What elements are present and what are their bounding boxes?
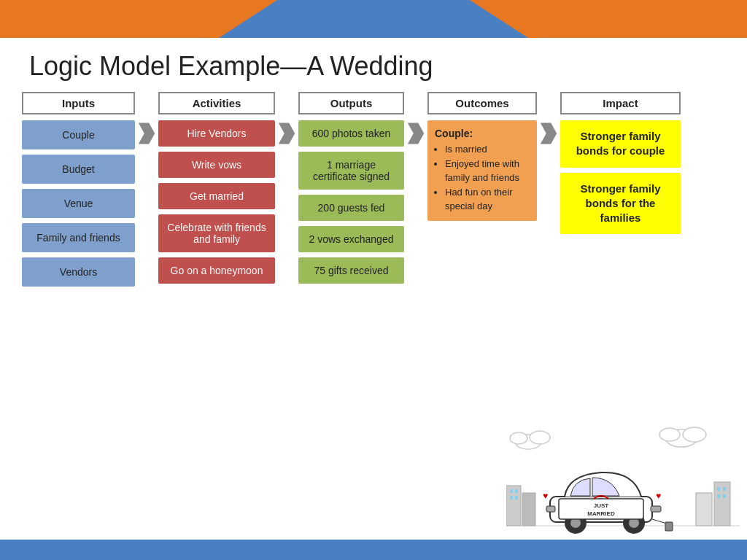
svg-rect-19 bbox=[515, 489, 518, 493]
activity-write-vows: Write vows bbox=[158, 152, 275, 178]
arrow-4 bbox=[537, 120, 560, 147]
outcomes-title: Couple: bbox=[435, 128, 530, 139]
header-outcomes: Outcomes bbox=[427, 92, 537, 114]
svg-rect-20 bbox=[510, 496, 513, 499]
svg-marker-0 bbox=[139, 123, 155, 144]
outcomes-column: Couple: Is married Enjoyed time with fam… bbox=[427, 120, 537, 221]
input-venue: Venue bbox=[22, 189, 135, 218]
input-budget: Budget bbox=[22, 155, 135, 184]
outcome-item-0: Is married bbox=[445, 142, 530, 157]
svg-rect-17 bbox=[506, 486, 521, 526]
header-outputs: Outputs bbox=[298, 92, 404, 114]
impact-column: Stronger family bonds for couple Stronge… bbox=[560, 120, 681, 234]
just-married-illustration: JUST MARRIED ♥ ♥ bbox=[506, 420, 740, 537]
svg-rect-28 bbox=[696, 493, 712, 526]
output-photos: 600 photos taken bbox=[298, 120, 404, 147]
inputs-column: Couple Budget Venue Family and friends V… bbox=[22, 120, 135, 287]
svg-line-15 bbox=[652, 519, 667, 524]
activities-column: Hire Vendors Write vows Get married Cele… bbox=[158, 120, 275, 284]
just-married-svg: JUST MARRIED ♥ ♥ bbox=[506, 420, 740, 537]
arrow-icon-4 bbox=[537, 120, 560, 147]
svg-rect-26 bbox=[717, 494, 720, 498]
arrow-3 bbox=[404, 120, 427, 147]
svg-rect-24 bbox=[717, 487, 720, 491]
svg-rect-10 bbox=[546, 506, 555, 512]
impact-families: Stronger family bonds for the families bbox=[560, 173, 681, 235]
arrow-icon-1 bbox=[135, 120, 158, 147]
svg-rect-11 bbox=[651, 506, 661, 512]
svg-text:JUST: JUST bbox=[594, 502, 609, 509]
svg-text:♥: ♥ bbox=[543, 491, 548, 501]
svg-rect-18 bbox=[510, 489, 513, 493]
svg-rect-27 bbox=[723, 494, 726, 498]
arrow-icon-3 bbox=[404, 120, 427, 147]
arrow-2 bbox=[275, 120, 298, 147]
svg-point-30 bbox=[683, 427, 706, 442]
activity-get-married: Get married bbox=[158, 183, 275, 209]
output-vows: 2 vows exchanged bbox=[298, 226, 404, 252]
svg-rect-22 bbox=[522, 493, 535, 526]
svg-text:MARRIED: MARRIED bbox=[587, 510, 615, 517]
arrow-icon-2 bbox=[275, 120, 298, 147]
outcomes-box: Couple: Is married Enjoyed time with fam… bbox=[427, 120, 537, 221]
arrow-1 bbox=[135, 120, 158, 147]
svg-point-34 bbox=[510, 432, 527, 444]
header-inputs: Inputs bbox=[22, 92, 135, 114]
svg-marker-3 bbox=[541, 123, 557, 144]
outcome-item-1: Enjoyed time with family and friends bbox=[445, 157, 530, 185]
header-impact: Impact bbox=[560, 92, 681, 114]
bottom-bar bbox=[0, 540, 747, 560]
svg-marker-2 bbox=[408, 123, 424, 144]
content-row: Couple Budget Venue Family and friends V… bbox=[22, 120, 725, 287]
output-gifts: 75 gifts received bbox=[298, 257, 404, 284]
header-activities: Activities bbox=[158, 92, 275, 114]
svg-rect-21 bbox=[515, 496, 518, 499]
outcome-item-2: Had fun on their special day bbox=[445, 185, 530, 214]
svg-point-33 bbox=[530, 431, 550, 444]
svg-rect-23 bbox=[714, 482, 730, 526]
impact-couple: Stronger family bonds for couple bbox=[560, 120, 681, 168]
svg-text:♥: ♥ bbox=[656, 491, 661, 501]
page-title: Logic Model Example—A Wedding bbox=[0, 38, 747, 92]
activity-honeymoon: Go on a honeymoon bbox=[158, 257, 275, 284]
input-couple: Couple bbox=[22, 120, 135, 149]
header-row: Inputs Activities Outputs Outcomes Impac… bbox=[22, 92, 725, 114]
outputs-column: 600 photos taken 1 marriage certificate … bbox=[298, 120, 404, 284]
main-content: Inputs Activities Outputs Outcomes Impac… bbox=[0, 92, 747, 287]
input-family: Family and friends bbox=[22, 223, 135, 252]
output-certificate: 1 marriage certificate signed bbox=[298, 152, 404, 190]
activity-celebrate: Celebrate with friends and family bbox=[158, 214, 275, 252]
input-vendors: Vendors bbox=[22, 257, 135, 287]
top-bar bbox=[0, 0, 747, 38]
svg-marker-1 bbox=[279, 123, 295, 144]
svg-point-31 bbox=[659, 428, 680, 441]
svg-rect-16 bbox=[665, 522, 673, 531]
activity-hire-vendors: Hire Vendors bbox=[158, 120, 275, 147]
svg-rect-25 bbox=[723, 487, 726, 491]
outcomes-list: Is married Enjoyed time with family and … bbox=[435, 142, 530, 214]
output-guests: 200 guests fed bbox=[298, 195, 404, 221]
